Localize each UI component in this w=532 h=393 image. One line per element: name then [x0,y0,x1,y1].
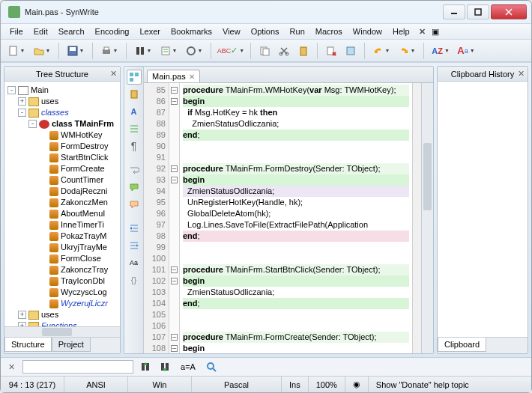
code-line[interactable]: if Msg.HotKey = hk then [183,107,409,118]
fold-toggle-icon[interactable]: − [171,266,178,273]
tree-node[interactable]: +uses [6,309,120,320]
file-tab[interactable]: Main.pas ✕ [147,70,200,82]
menu-options[interactable]: Options [247,25,284,37]
tab-project[interactable]: Project [52,338,91,352]
menu-search[interactable]: Search [54,25,89,37]
code-line[interactable]: end; [183,231,409,242]
undo-button[interactable]: ▼ [370,43,393,59]
code-line[interactable] [183,309,409,320]
status-insert[interactable]: Ins [282,377,309,392]
code-line[interactable]: Log.Lines.SaveToFile(ExtractFilePath(App… [183,219,409,231]
tree-expander-icon[interactable]: - [7,86,16,94]
menu-encoding[interactable]: Encoding [91,25,134,37]
fold-toggle-icon[interactable]: − [171,345,178,352]
code-line[interactable]: procedure TMainFrm.StartBtnClick(Sender:… [183,264,409,275]
code-line[interactable]: begin [183,96,409,107]
code-line[interactable]: ZmienStatusOdliczania; [183,287,409,298]
goto-button[interactable]: ▼ [157,43,180,59]
tree-node[interactable]: WMHotKey [6,130,120,141]
menu-edit[interactable]: Edit [29,25,52,37]
vtool-pilcrow-icon[interactable]: ¶ [127,138,142,153]
tree-expander-icon[interactable]: - [18,109,26,117]
menu-run[interactable]: Run [285,25,309,37]
line-gutter[interactable]: 8586878889909192939495969798991001011021… [144,83,169,353]
h-scrollbar[interactable] [4,326,120,337]
fold-toggle-icon[interactable]: − [171,177,178,183]
menu-file[interactable]: File [5,25,28,37]
minimize-button[interactable] [443,4,465,19]
code-line[interactable]: ZmienStatusOdliczania; [183,118,409,130]
print-button[interactable]: ▼ [98,43,121,59]
tree-node[interactable]: -Main [6,85,120,96]
tree-expander-icon[interactable]: + [18,97,26,106]
vtool-list-icon[interactable] [127,121,142,136]
code-area[interactable]: 8586878889909192939495969798991001011021… [144,83,433,353]
fold-toggle-icon[interactable]: − [171,334,178,341]
vtool-indent-icon[interactable] [127,221,142,236]
code-line[interactable]: end; [183,298,409,309]
code-line[interactable] [183,242,409,253]
code-line[interactable]: begin [183,174,409,186]
save-button[interactable]: ▼ [64,43,87,59]
overview-ruler[interactable] [412,83,421,353]
tree-node[interactable]: FormDestroy [6,141,120,152]
vtool-unindent-icon[interactable] [127,238,142,253]
tab-structure[interactable]: Structure [4,338,52,352]
code-line[interactable]: UnRegisterHotKey(Handle, hk); [183,197,409,208]
menu-bookmarks[interactable]: Bookmarks [166,25,217,37]
close-icon[interactable]: ✕ [110,69,117,79]
fold-toggle-icon[interactable]: − [171,165,178,172]
spellcheck-button[interactable]: ABC✓▼ [217,43,245,59]
tree-node[interactable]: FormClose [6,253,120,264]
tab-clipboard[interactable]: Clipboard [438,338,486,352]
clipboard-body[interactable] [438,82,528,337]
sort-button[interactable]: AZ▼ [429,43,452,59]
code-line[interactable] [183,253,409,264]
tree-node[interactable]: ZakonczMen [6,197,120,208]
tree-node[interactable]: ZakonczTray [6,264,120,275]
tree-node[interactable]: AboutMenuI [6,208,120,219]
menu-lexer[interactable]: Lexer [135,25,165,37]
code-line[interactable]: procedure TMainFrm.WMHotKey(var Msg: TWM… [183,85,409,96]
code-line[interactable]: procedure TMainFrm.FormCreate(Sender: TO… [183,332,409,343]
tree-node[interactable]: +uses [6,96,120,107]
select-all-button[interactable] [342,43,359,59]
tree-body[interactable]: -Main+uses-classes-class TMainFrmWMHotKe… [4,82,120,326]
tree-node[interactable]: WyzerujLiczr [6,298,120,309]
find-input[interactable] [22,360,133,374]
find-all-button[interactable] [204,359,219,374]
cut-button[interactable] [276,43,292,59]
vtool-case-icon[interactable]: Aa [127,255,142,270]
vtool-brackets-icon[interactable]: {} [127,272,142,287]
vtool-comment-icon[interactable] [127,180,142,195]
close-icon[interactable]: ✕ [518,69,525,79]
tree-node[interactable]: -classes [6,107,120,118]
vtool-uncomment-icon[interactable] [127,197,142,212]
find-button[interactable]: ▼ [132,43,154,59]
code-line[interactable]: begin [183,275,409,287]
code-text[interactable]: procedure TMainFrm.WMHotKey(var Msg: TWM… [180,83,412,353]
tree-node[interactable]: CountTimer [6,174,120,186]
fold-toggle-icon[interactable]: − [171,87,178,94]
find-prev-button[interactable] [138,359,153,374]
tree-node[interactable]: UkryjTrayMe [6,242,120,253]
vtool-clip-icon[interactable] [127,87,142,102]
fold-toggle-icon[interactable]: − [171,278,178,284]
menu-restore-icon[interactable]: ▣ [427,25,444,38]
tools-button[interactable]: ▼ [183,43,205,59]
paste-button[interactable] [295,43,312,59]
fold-toggle-icon[interactable]: − [171,98,178,105]
maximize-button[interactable] [467,4,489,19]
close-button[interactable] [491,4,527,19]
status-lexer[interactable]: Pascal [192,377,282,392]
menu-window[interactable]: Window [348,25,387,37]
copy-button[interactable] [256,43,273,59]
close-tab-icon[interactable]: ✕ [189,73,195,81]
menu-view[interactable]: View [218,25,245,37]
tree-node[interactable]: FormCreate [6,163,120,174]
code-line[interactable] [183,152,409,163]
tree-node[interactable]: WyczyscLog [6,287,120,298]
tree-node[interactable]: +Functions [6,320,120,326]
status-help[interactable]: Show "Donate" help topic [369,377,531,392]
code-line[interactable]: begin [183,343,409,353]
